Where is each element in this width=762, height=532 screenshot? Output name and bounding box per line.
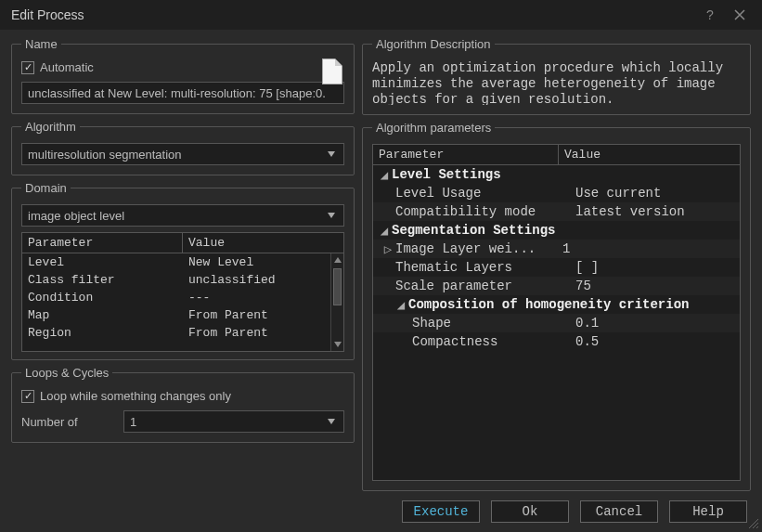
loops-group: Loops & Cycles Loop while something chan… <box>11 366 355 443</box>
scrollbar[interactable] <box>330 253 343 351</box>
tree-section[interactable]: ◢ Level Settings <box>373 165 740 184</box>
titlebar: Edit Process ? <box>0 0 762 30</box>
description-group: Algorithm Description Apply an optimizat… <box>362 37 751 115</box>
domain-col-parameter: Parameter <box>22 233 183 253</box>
expand-icon[interactable]: ▷ <box>382 241 394 257</box>
tree-item[interactable]: Compactness 0.5 <box>373 332 740 351</box>
tree-item[interactable]: Shape 0.1 <box>373 314 740 332</box>
chevron-down-icon <box>323 205 340 226</box>
tree-subsection[interactable]: ◢ Composition of homogeneity criterion <box>373 295 740 314</box>
loop-label: Loop while something changes only <box>40 389 231 403</box>
name-group: Name Automatic unclassified at New Level… <box>11 37 355 114</box>
table-row[interactable]: Condition --- <box>22 289 343 306</box>
scroll-thumb[interactable] <box>333 268 342 305</box>
table-row[interactable]: Level New Level <box>22 253 343 271</box>
window-title: Edit Process <box>7 7 695 22</box>
number-of-label: Number of <box>21 415 114 429</box>
tree-section[interactable]: ◢ Segmentation Settings <box>373 221 740 240</box>
scroll-up-icon[interactable] <box>331 253 344 266</box>
help-button[interactable]: Help <box>669 500 747 523</box>
table-row[interactable]: Class filter unclassified <box>22 271 343 289</box>
scroll-down-icon[interactable] <box>331 338 344 351</box>
algorithm-select[interactable]: multiresolution segmentation <box>21 143 344 165</box>
help-icon[interactable]: ? <box>695 0 725 30</box>
ok-button[interactable]: Ok <box>491 500 569 523</box>
name-legend: Name <box>21 37 61 51</box>
table-row[interactable]: Map From Parent <box>22 306 343 324</box>
number-of-value: 1 <box>130 415 136 429</box>
cancel-button[interactable]: Cancel <box>580 500 658 523</box>
params-col-value: Value <box>559 145 740 164</box>
chevron-down-icon <box>323 411 340 432</box>
algorithm-group: Algorithm multiresolution segmentation <box>11 120 355 175</box>
algorithm-legend: Algorithm <box>21 120 80 134</box>
loop-checkbox[interactable] <box>21 390 34 403</box>
domain-legend: Domain <box>21 181 71 195</box>
parameters-group: Algorithm parameters Parameter Value ◢ L… <box>362 121 751 491</box>
tree-item[interactable]: Thematic Layers [ ] <box>373 258 740 277</box>
close-icon[interactable] <box>725 0 755 30</box>
tree-item[interactable]: Compatibility mode latest version <box>373 202 740 221</box>
domain-grid[interactable]: Parameter Value Level New Level Class fi… <box>21 232 344 352</box>
automatic-checkbox[interactable] <box>21 61 34 74</box>
chevron-down-icon <box>323 144 340 164</box>
tree-item[interactable]: Scale parameter 75 <box>373 277 740 295</box>
domain-select[interactable]: image object level <box>21 204 344 227</box>
description-text: Apply an optimization procedure which lo… <box>372 60 741 105</box>
domain-value: image object level <box>28 209 124 223</box>
collapse-icon[interactable]: ◢ <box>395 297 407 313</box>
table-row[interactable]: Region From Parent <box>22 324 343 342</box>
tree-item[interactable]: ▷ Image Layer wei... 1 <box>373 240 740 258</box>
number-of-select[interactable]: 1 <box>123 410 344 433</box>
parameters-legend: Algorithm parameters <box>372 121 495 135</box>
name-input[interactable]: unclassified at New Level: multi-resolut… <box>21 82 344 104</box>
execute-button[interactable]: Execute <box>402 500 480 523</box>
domain-group: Domain image object level Parameter Valu… <box>11 181 355 360</box>
domain-col-value: Value <box>183 233 343 253</box>
tree-item[interactable]: Level Usage Use current <box>373 184 740 202</box>
resize-grip-icon[interactable] <box>747 517 760 530</box>
footer: Execute Ok Cancel Help <box>0 495 762 532</box>
params-col-parameter: Parameter <box>373 145 559 164</box>
algorithm-value: multiresolution segmentation <box>28 148 181 162</box>
collapse-icon[interactable]: ◢ <box>379 167 390 183</box>
automatic-label: Automatic <box>40 60 94 74</box>
description-legend: Algorithm Description <box>372 37 495 51</box>
page-icon[interactable] <box>322 58 342 84</box>
loops-legend: Loops & Cycles <box>21 366 112 380</box>
parameters-grid[interactable]: Parameter Value ◢ Level Settings Level U… <box>372 144 741 481</box>
collapse-icon[interactable]: ◢ <box>379 223 390 239</box>
